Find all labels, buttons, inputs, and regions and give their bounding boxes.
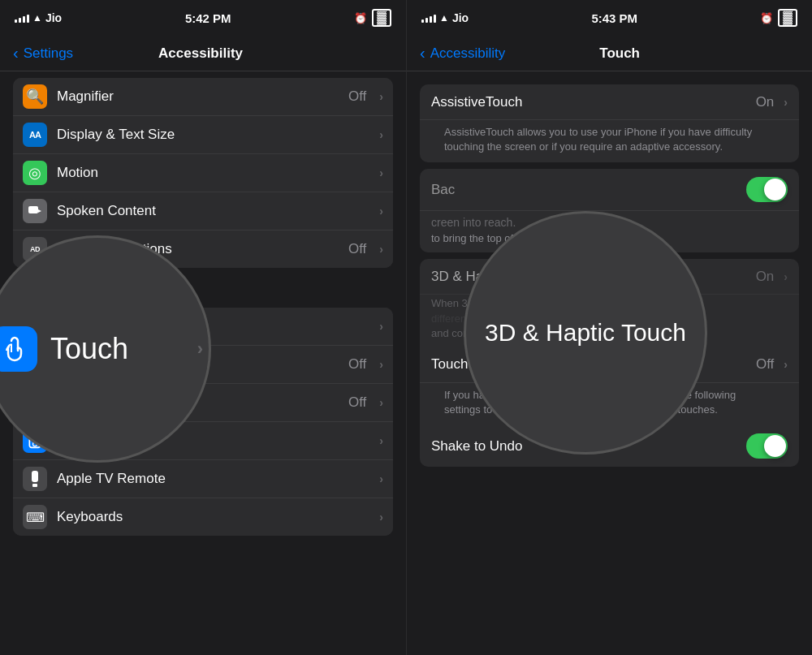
motion-chevron: ›	[379, 166, 383, 179]
left-time: 5:42 PM	[185, 11, 231, 25]
left-back-button[interactable]: ‹ Settings	[13, 44, 73, 62]
right-carrier: Jio	[452, 11, 469, 24]
right-alarm-icon: ⏰	[760, 12, 773, 24]
right-signal	[421, 13, 436, 23]
haptic-touch-chevron: ›	[784, 270, 788, 283]
apple-tv-row[interactable]: Apple TV Remote ›	[13, 460, 393, 498]
back-tap-label: Back Tap	[431, 182, 740, 198]
assistivetouch-group: AssistiveTouch On › AssistiveTouch allow…	[420, 84, 799, 162]
right-battery-icon: ▓	[778, 9, 797, 27]
left-back-label: Settings	[24, 45, 73, 62]
apple-tv-icon	[23, 467, 47, 491]
left-carrier: Jio	[45, 11, 62, 24]
touch-accommodations-chevron: ›	[784, 358, 788, 371]
touch-accommodations-value: Off	[756, 356, 774, 373]
spoken-content-icon	[23, 199, 47, 223]
zoom-circle-left: Touch ›	[0, 235, 211, 463]
zoom-content-left: Touch ›	[0, 238, 209, 460]
motion-label: Motion	[57, 165, 369, 181]
keyboards-chevron: ›	[379, 511, 383, 524]
right-status-bar: ▲ Jio 5:43 PM ⏰ ▓	[407, 0, 812, 36]
left-signal	[15, 13, 29, 23]
display-text-chevron: ›	[379, 128, 383, 141]
left-status-right: ⏰ ▓	[354, 9, 391, 27]
left-alarm-icon: ⏰	[354, 12, 367, 24]
right-status-right: ⏰ ▓	[760, 9, 797, 27]
audio-desc-value: Off	[348, 241, 366, 257]
left-panel: ▲ Jio 5:42 PM ⏰ ▓ ‹ Settings Accessibili…	[0, 0, 406, 655]
left-status-left: ▲ Jio	[15, 11, 62, 24]
magnifier-row[interactable]: 🔍 Magnifier Off ›	[13, 78, 393, 116]
back-tap-toggle-knob	[764, 179, 786, 200]
right-status-left: ▲ Jio	[421, 11, 469, 24]
touch-big-label: Touch	[50, 332, 128, 366]
touch-big-row: Touch ›	[0, 326, 203, 372]
spoken-content-row[interactable]: Spoken Content ›	[13, 192, 393, 231]
assistivetouch-label: AssistiveTouch	[431, 94, 749, 110]
assistivetouch-description: AssistiveTouch allows you to use your iP…	[420, 120, 799, 162]
right-nav-title: Touch	[505, 45, 734, 62]
motion-icon: ◎	[23, 161, 47, 185]
right-nav-bar: ‹ Accessibility Touch	[407, 36, 812, 71]
back-tap-toggle[interactable]	[746, 177, 788, 202]
voice-control-value: Off	[348, 394, 366, 411]
apple-tv-label: Apple TV Remote	[57, 471, 369, 487]
keyboards-icon: ⌨	[23, 505, 47, 529]
audio-desc-chevron: ›	[379, 243, 383, 256]
shake-undo-toggle-knob	[764, 435, 786, 457]
display-text-label: Display & Text Size	[57, 127, 369, 143]
switch-control-chevron: ›	[379, 358, 383, 371]
shake-undo-toggle[interactable]	[746, 433, 788, 459]
svg-rect-0	[28, 206, 38, 213]
switch-control-value: Off	[348, 356, 366, 373]
keyboards-label: Keyboards	[57, 509, 369, 525]
left-battery-icon: ▓	[372, 9, 391, 27]
magnifier-icon: 🔍	[23, 84, 47, 109]
display-text-icon: AA	[23, 123, 47, 147]
haptic-big-label: 3D & Haptic Touch	[469, 319, 702, 347]
touch-chevron: ›	[379, 320, 383, 333]
spoken-content-chevron: ›	[379, 205, 383, 218]
svg-rect-7	[32, 471, 38, 482]
keyboards-row[interactable]: ⌨ Keyboards ›	[13, 498, 393, 536]
right-back-label: Accessibility	[430, 45, 506, 62]
back-tap-row[interactable]: Back Tap	[420, 169, 799, 211]
left-status-bar: ▲ Jio 5:42 PM ⏰ ▓	[0, 0, 406, 36]
right-back-button[interactable]: ‹ Accessibility	[420, 44, 505, 62]
zoom-circle-right: 3D & Haptic Touch	[464, 211, 707, 455]
right-back-chevron: ‹	[420, 44, 425, 62]
assistivetouch-chevron: ›	[784, 96, 788, 109]
svg-rect-8	[32, 484, 37, 487]
magnifier-value: Off	[348, 88, 366, 105]
touch-big-icon	[0, 326, 37, 372]
touch-big-chevron: ›	[197, 338, 203, 360]
magnifier-chevron: ›	[379, 90, 383, 103]
magnifier-label: Magnifier	[57, 88, 339, 105]
right-wifi-icon: ▲	[439, 12, 449, 24]
motion-row[interactable]: ◎ Motion ›	[13, 154, 393, 192]
spoken-content-label: Spoken Content	[57, 203, 369, 219]
left-wifi-icon: ▲	[32, 12, 42, 24]
left-back-chevron: ‹	[13, 44, 19, 62]
haptic-touch-value: On	[756, 269, 775, 285]
right-panel: ▲ Jio 5:43 PM ⏰ ▓ ‹ Accessibility Touch …	[406, 0, 812, 655]
right-time: 5:43 PM	[591, 11, 637, 25]
assistivetouch-value: On	[756, 94, 775, 110]
apple-tv-chevron: ›	[379, 472, 383, 485]
home-button-chevron: ›	[379, 434, 383, 447]
voice-control-chevron: ›	[379, 396, 383, 409]
display-text-row[interactable]: AA Display & Text Size ›	[13, 116, 393, 154]
left-nav-bar: ‹ Settings Accessibility	[0, 36, 406, 71]
assistivetouch-row[interactable]: AssistiveTouch On ›	[420, 84, 799, 120]
left-nav-title: Accessibility	[73, 45, 328, 62]
